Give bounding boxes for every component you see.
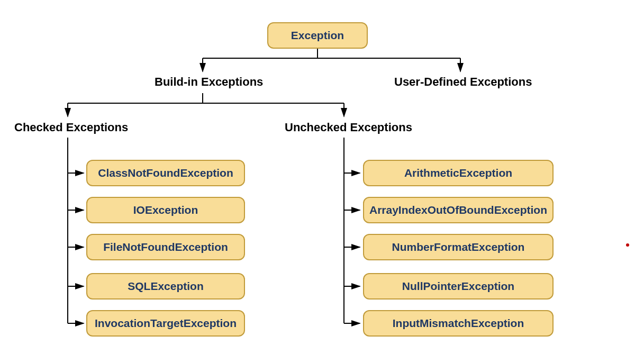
node-unchecked-2-label: NumberFormatException xyxy=(392,241,525,253)
node-unchecked-3: NullPointerException xyxy=(363,273,554,300)
node-exception: Exception xyxy=(267,22,368,49)
node-unchecked-3-label: NullPointerException xyxy=(402,280,514,293)
node-unchecked-4: InputMismatchException xyxy=(363,310,554,337)
node-checked-0: ClassNotFoundException xyxy=(86,160,245,186)
red-dot xyxy=(626,243,629,247)
node-checked-1: IOException xyxy=(86,197,245,223)
node-checked-3: SQLException xyxy=(86,273,245,300)
node-checked-2: FileNotFoundException xyxy=(86,234,245,260)
label-unchecked: Unchecked Exceptions xyxy=(285,121,412,134)
label-userdefined: User-Defined Exceptions xyxy=(394,75,532,89)
node-checked-4-label: InvocationTargetException xyxy=(95,317,237,330)
node-unchecked-1-label: ArrayIndexOutOfBoundException xyxy=(369,204,547,216)
node-unchecked-1: ArrayIndexOutOfBoundException xyxy=(363,197,554,223)
node-unchecked-4-label: InputMismatchException xyxy=(393,317,524,330)
node-checked-4: InvocationTargetException xyxy=(86,310,245,337)
node-unchecked-2: NumberFormatException xyxy=(363,234,554,260)
node-exception-label: Exception xyxy=(291,29,344,42)
node-unchecked-0-label: ArithmeticException xyxy=(404,167,512,179)
node-checked-0-label: ClassNotFoundException xyxy=(98,167,233,179)
label-builtin: Build-in Exceptions xyxy=(155,75,263,89)
node-unchecked-0: ArithmeticException xyxy=(363,160,554,186)
label-checked: Checked Exceptions xyxy=(14,121,128,134)
node-checked-3-label: SQLException xyxy=(128,280,204,293)
node-checked-1-label: IOException xyxy=(133,204,198,216)
node-checked-2-label: FileNotFoundException xyxy=(103,241,228,253)
